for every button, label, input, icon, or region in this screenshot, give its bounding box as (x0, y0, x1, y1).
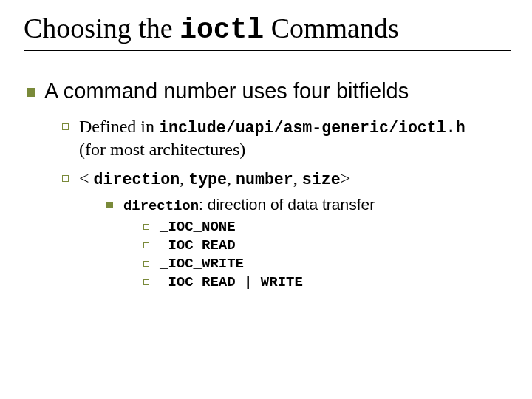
lvl2-text: Defined in include/uapi/asm-generic/ioct… (79, 115, 466, 161)
title-rule (24, 50, 511, 51)
lvl4-text: _IOC_WRITE (160, 256, 244, 272)
title-code: ioctl (180, 14, 264, 46)
lvl2b-type: type (188, 171, 227, 188)
outline-square-icon (143, 224, 149, 230)
slide: Choosing the ioctl Commands A command nu… (0, 0, 532, 399)
lvl3-post: : direction of data transfer (199, 196, 375, 213)
bullet-lvl2-defined: Defined in include/uapi/asm-generic/ioct… (62, 115, 511, 161)
lvl2b-close: > (341, 168, 351, 188)
lvl2b-c2: , (227, 168, 236, 188)
lvl2a-pre: Defined in (79, 117, 159, 136)
bullet-lvl4-none: _IOC_NONE (143, 219, 511, 235)
lvl2a-code: include/uapi/asm-generic/ioctl.h (159, 119, 466, 137)
lvl4-text: _IOC_READ | WRITE (160, 274, 303, 290)
lvl4-text: _IOC_READ (160, 237, 236, 253)
lvl2b-num: number (236, 171, 293, 188)
lvl2a-post: (for most architectures) (79, 140, 245, 159)
outline-square-icon (143, 279, 149, 285)
lvl2b-c1: , (180, 168, 188, 188)
square-icon (106, 202, 113, 208)
lvl4-text: _IOC_NONE (160, 219, 236, 235)
bullet-lvl2-fields: < direction, type, number, size> (62, 167, 511, 190)
outline-square-icon (143, 261, 149, 267)
bullet-lvl1: A command number uses four bitfields (27, 79, 511, 103)
lvl2b-c3: , (293, 168, 302, 188)
bullet-lvl3-direction: direction: direction of data transfer (106, 196, 511, 214)
bullet-lvl4-readwrite: _IOC_READ | WRITE (143, 274, 511, 290)
bullet-lvl4-read: _IOC_READ (143, 237, 511, 253)
lvl3-text: direction: direction of data transfer (123, 196, 375, 214)
lvl3-code: direction (123, 198, 199, 214)
bullet-lvl4-write: _IOC_WRITE (143, 256, 511, 272)
lvl2b-size: size (302, 171, 341, 188)
outline-square-icon (62, 123, 69, 130)
outline-square-icon (62, 175, 69, 182)
outline-square-icon (143, 242, 149, 248)
square-icon (27, 88, 35, 97)
title-post: Commands (264, 13, 399, 44)
lvl2b-dir: direction (94, 171, 180, 188)
lvl2b-text: < direction, type, number, size> (79, 167, 350, 190)
title-pre: Choosing the (24, 13, 180, 44)
slide-title: Choosing the ioctl Commands (24, 13, 511, 46)
lvl1-text: A command number uses four bitfields (44, 79, 409, 103)
lvl2b-open: < (79, 168, 94, 188)
